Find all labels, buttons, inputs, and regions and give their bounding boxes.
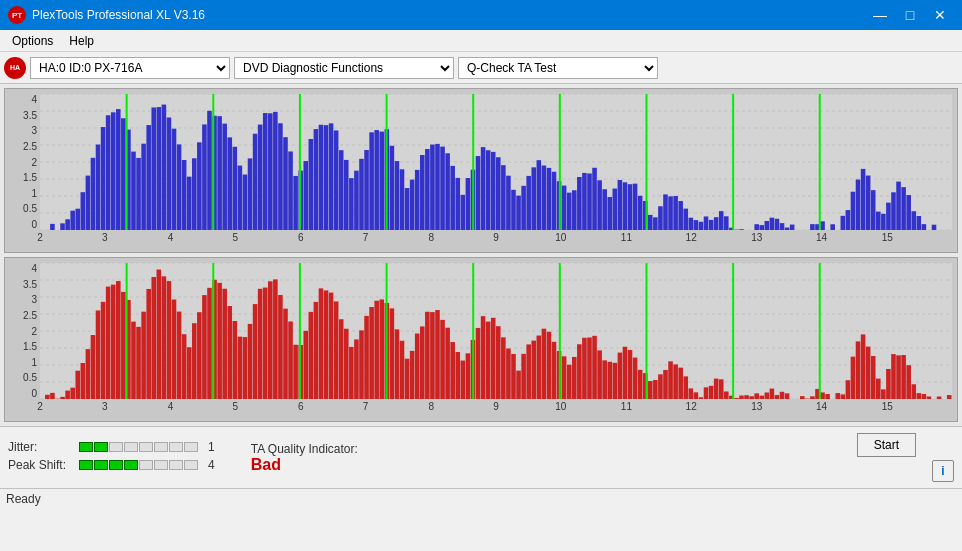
top-chart: 4 3.5 3 2.5 2 1.5 1 0.5 0 23456789101112… (4, 88, 958, 253)
peak-shift-label: Peak Shift: (8, 458, 73, 472)
x-axis-label: 12 (686, 401, 697, 412)
x-axis-label: 2 (37, 401, 43, 412)
x-axis-label: 6 (298, 401, 304, 412)
top-chart-x-axis: 23456789101112131415 (40, 230, 952, 252)
bottom-chart-inner (40, 263, 952, 399)
x-axis-label: 4 (168, 232, 174, 243)
info-button[interactable]: i (932, 460, 954, 482)
x-axis-label: 4 (168, 401, 174, 412)
meter-segment (139, 442, 153, 452)
test-select[interactable]: Q-Check TA Test (458, 57, 658, 79)
meter-segment (154, 442, 168, 452)
ta-quality-value: Bad (251, 456, 358, 474)
status-bar: Ready (0, 488, 962, 508)
jitter-meter (79, 442, 198, 452)
x-axis-label: 14 (816, 401, 827, 412)
x-axis-label: 10 (555, 232, 566, 243)
meter-segment (139, 460, 153, 470)
x-axis-label: 5 (232, 401, 238, 412)
x-axis-label: 9 (493, 401, 499, 412)
peak-shift-row: Peak Shift: 4 (8, 458, 215, 472)
bottom-chart-y-axis: 4 3.5 3 2.5 2 1.5 1 0.5 0 (5, 263, 40, 399)
x-axis-label: 11 (621, 401, 632, 412)
metrics-left: Jitter: 1 Peak Shift: 4 (8, 440, 215, 476)
bottom-chart-x-axis: 23456789101112131415 (40, 399, 952, 421)
bottom-panel: Jitter: 1 Peak Shift: 4 TA Quality Indic… (0, 426, 962, 488)
function-select[interactable]: DVD Diagnostic Functions (234, 57, 454, 79)
meter-segment (124, 442, 138, 452)
title-bar-left: PT PlexTools Professional XL V3.16 (8, 6, 205, 24)
x-axis-label: 7 (363, 401, 369, 412)
meter-segment (109, 442, 123, 452)
x-axis-label: 15 (882, 232, 893, 243)
x-axis-label: 6 (298, 232, 304, 243)
x-axis-label: 12 (686, 232, 697, 243)
peak-shift-meter (79, 460, 198, 470)
x-axis-label: 3 (102, 232, 108, 243)
title-bar: PT PlexTools Professional XL V3.16 — □ ✕ (0, 0, 962, 30)
x-axis-label: 11 (621, 232, 632, 243)
peak-shift-value: 4 (208, 458, 215, 472)
bottom-chart: 4 3.5 3 2.5 2 1.5 1 0.5 0 23456789101112… (4, 257, 958, 422)
x-axis-label: 9 (493, 232, 499, 243)
x-axis-label: 3 (102, 401, 108, 412)
x-axis-label: 13 (751, 401, 762, 412)
menu-help[interactable]: Help (61, 32, 102, 50)
x-axis-label: 10 (555, 401, 566, 412)
x-axis-label: 13 (751, 232, 762, 243)
jitter-row: Jitter: 1 (8, 440, 215, 454)
jitter-label: Jitter: (8, 440, 73, 454)
start-button[interactable]: Start (857, 433, 916, 457)
x-axis-label: 7 (363, 232, 369, 243)
drive-icon: HA (4, 57, 26, 79)
drive-select[interactable]: HA:0 ID:0 PX-716A (30, 57, 230, 79)
x-axis-label: 14 (816, 232, 827, 243)
meter-segment (184, 442, 198, 452)
x-axis-label: 5 (232, 232, 238, 243)
maximize-button[interactable]: □ (896, 1, 924, 29)
app-title: PlexTools Professional XL V3.16 (32, 8, 205, 22)
charts-area: 4 3.5 3 2.5 2 1.5 1 0.5 0 23456789101112… (0, 84, 962, 426)
meter-segment (109, 460, 123, 470)
status-text: Ready (6, 492, 41, 506)
x-axis-label: 2 (37, 232, 43, 243)
meter-segment (124, 460, 138, 470)
ta-quality-area: TA Quality Indicator: Bad (251, 442, 358, 474)
x-axis-label: 8 (428, 401, 434, 412)
bottom-chart-canvas (40, 263, 952, 399)
meter-segment (169, 460, 183, 470)
top-chart-y-axis: 4 3.5 3 2.5 2 1.5 1 0.5 0 (5, 94, 40, 230)
app-icon: PT (8, 6, 26, 24)
x-axis-label: 15 (882, 401, 893, 412)
meter-segment (94, 442, 108, 452)
meter-segment (79, 460, 93, 470)
close-button[interactable]: ✕ (926, 1, 954, 29)
title-bar-controls: — □ ✕ (866, 1, 954, 29)
meter-segment (184, 460, 198, 470)
jitter-value: 1 (208, 440, 215, 454)
meter-segment (79, 442, 93, 452)
x-axis-label: 8 (428, 232, 434, 243)
meter-segment (94, 460, 108, 470)
meter-segment (169, 442, 183, 452)
menu-bar: Options Help (0, 30, 962, 52)
menu-options[interactable]: Options (4, 32, 61, 50)
top-chart-inner (40, 94, 952, 230)
minimize-button[interactable]: — (866, 1, 894, 29)
ta-quality-label: TA Quality Indicator: (251, 442, 358, 456)
meter-segment (154, 460, 168, 470)
toolbar: HA HA:0 ID:0 PX-716A DVD Diagnostic Func… (0, 52, 962, 84)
top-chart-canvas (40, 94, 952, 230)
